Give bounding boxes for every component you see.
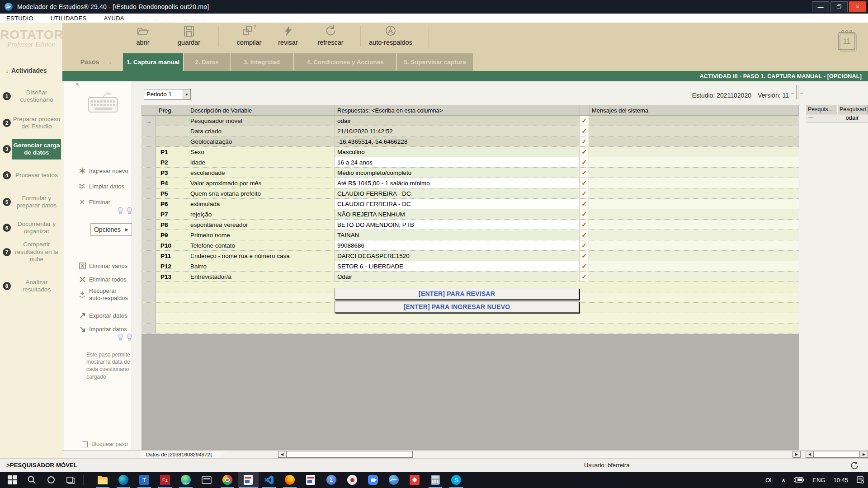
start-button[interactable] (2, 472, 23, 488)
enter-revisar-button[interactable]: [ENTER] PARA REVISAR (335, 288, 579, 300)
response-cell[interactable]: -16.4365514,-54.6466228 (335, 136, 580, 146)
pane-splitter[interactable]: ←→ (790, 85, 804, 99)
taskbar-modelador[interactable] (300, 472, 321, 488)
hscroll-track[interactable] (286, 451, 413, 458)
tool-eliminar[interactable]: Eliminar (64, 197, 132, 206)
taskbar-vscode[interactable] (259, 472, 279, 488)
auto-respaldos-button[interactable]: auto-respaldos (366, 24, 415, 52)
pesquis-column-header[interactable]: Pesquis... (806, 105, 837, 114)
tray-clock[interactable]: 10:45 (833, 477, 848, 483)
sidebar-item-6[interactable]: 6Documentar y organizar (0, 218, 62, 238)
period-select[interactable]: Periodo 1 ▼ (144, 89, 191, 100)
response-cell[interactable]: 99088686 (335, 240, 580, 250)
table-row[interactable]: P10Telefone contato99088686✓ (142, 240, 799, 251)
taskbar-chrome[interactable] (217, 472, 238, 488)
table-row[interactable]: P3escolaridadeMédio incompleto/completo✓ (142, 168, 799, 178)
taskbar-edge-dev[interactable]: DEV (175, 472, 196, 488)
response-cell[interactable]: DARCI DEGASPERE1520 (335, 251, 580, 261)
table-row[interactable]: Data criado21/10/2020 11:42:52✓ (142, 126, 799, 136)
search-button[interactable] (21, 472, 42, 488)
enter-ingresar-nuevo-button[interactable]: [ENTER] PARA INGRESAR NUEVO (335, 301, 579, 313)
guardar-button[interactable]: guardar (164, 24, 214, 52)
table-row[interactable]: P5Quem sr/a votaria prefeitoCLAUDIO FERR… (142, 188, 799, 199)
hscroll-right-button[interactable]: ▶ (793, 451, 801, 458)
header-mensajes[interactable]: Mensajes del sistema (590, 105, 798, 115)
taskbar-recorder[interactable] (342, 472, 363, 488)
response-cell[interactable]: Odair (335, 272, 580, 282)
tray-language[interactable]: ENG (812, 477, 825, 483)
response-cell[interactable]: CLAUDIO FERREIRA - DC (335, 199, 580, 209)
tab-integridad[interactable]: 3. Integridad (231, 53, 293, 71)
chevron-down-icon[interactable]: ▼ (183, 89, 190, 99)
menu-estudio[interactable]: ESTUDIO (6, 15, 33, 22)
response-cell[interactable]: BETO DO AMENDOIN; PTB (335, 220, 580, 230)
table-row[interactable]: P13Entrevistador/aOdair✓ (142, 272, 799, 282)
bloquear-paso-checkbox[interactable] (82, 441, 88, 447)
tab-condiciones-acciones[interactable]: 4. Condiciones y Acciones (294, 53, 396, 71)
tab-datos[interactable]: 2. Datos (184, 53, 230, 71)
hscroll-left-button[interactable]: ◀ (278, 451, 286, 458)
table-row[interactable]: P11Endereço - nome rua e número casaDARC… (142, 251, 799, 261)
taskbar-skype[interactable]: S (446, 472, 467, 488)
table-row[interactable]: P12BairroSETOR 6 - LIBERDADE✓ (142, 261, 799, 272)
sidebar-item-7[interactable]: 7Compartir resultados en la nube (0, 242, 62, 262)
table-row[interactable]: →Pesquisador móvelodair✓ (142, 116, 799, 126)
taskbar-text-editor[interactable]: T (134, 472, 155, 488)
tab-supervisar-captura[interactable]: 5. Supervisar captura (397, 53, 473, 71)
tool-eliminar-todos[interactable]: Eliminar todos (64, 275, 132, 284)
panel-scroll-left-button[interactable]: ◀ (806, 451, 814, 458)
opciones-button[interactable]: Opciones▶ (90, 223, 132, 236)
notification-icon[interactable] (856, 476, 864, 484)
response-cell[interactable]: CLAUDIO FERREIRA - DC (335, 188, 580, 198)
taskbar-calculator[interactable] (425, 472, 446, 488)
tray-chevron-icon[interactable]: ∧ (781, 477, 785, 483)
hint-bulbs[interactable] (117, 207, 132, 215)
taskbar-zoom[interactable] (363, 472, 383, 488)
taskbar-edge[interactable] (113, 472, 134, 488)
pesquisador-row[interactable]: — odair (806, 114, 868, 123)
header-preg[interactable]: Preg. (156, 105, 188, 115)
sidebar-item-3[interactable]: 3Gerenciar carga de datos (0, 136, 62, 162)
table-row[interactable]: P7rejeiçãoNÃO REJEITA NENHUM✓ (142, 209, 799, 220)
status-refresh-icon[interactable] (850, 461, 859, 472)
tool-limpiar-datos[interactable]: Limpiar datos (64, 182, 132, 191)
taskbar-modelador-active[interactable] (238, 472, 259, 488)
taskbar-media-app[interactable] (196, 472, 217, 488)
sidebar-item-2[interactable]: 2Preparar proceso del Estudio (0, 113, 62, 133)
menu-utilidades[interactable]: UTILIDADES (51, 15, 87, 22)
table-row[interactable]: Geolocalização-16.4365514,-54.6466228✓ (142, 136, 799, 147)
tray-network-label[interactable]: OL (765, 477, 773, 483)
response-cell[interactable]: Até R$ 1045,00 - 1 salário mínimo (335, 178, 580, 188)
task-view-button[interactable] (60, 472, 81, 488)
close-button[interactable]: × (849, 1, 866, 12)
panel-scroll-right-button[interactable]: ▶ (860, 451, 868, 458)
minimize-button[interactable]: — (812, 1, 829, 12)
header-respuestas[interactable]: Respuestas: <Escriba en esta columna> (335, 105, 580, 115)
tab-captura-manual[interactable]: 1. Captura manual (123, 53, 183, 71)
response-cell[interactable]: TAINAN (335, 230, 580, 240)
sidebar-item-1[interactable]: 1Diseñar cuestionario (0, 90, 62, 102)
table-row[interactable]: P2idade16 a 24 anos✓ (142, 157, 799, 168)
taskbar-firefox[interactable] (279, 472, 300, 488)
restore-button[interactable] (830, 1, 848, 12)
response-cell[interactable]: odair (335, 116, 580, 126)
response-cell[interactable]: 21/10/2020 11:42:52 (335, 126, 580, 136)
response-cell[interactable]: 16 a 24 anos (335, 157, 580, 167)
menu-ayuda[interactable]: AYUDA (104, 15, 124, 22)
sidebar-item-8[interactable]: 8Analizar resultados (0, 280, 62, 292)
table-row[interactable]: P8espontânea vereadorBETO DO AMENDOIN; P… (142, 220, 799, 230)
refrescar-button[interactable]: refrescar (306, 24, 355, 52)
taskbar-browser-globe[interactable] (383, 472, 404, 488)
sidebar-item-5[interactable]: 5Formular y preparar datos (0, 192, 62, 212)
table-row[interactable]: P9Primeiro nomeTAINAN✓ (142, 230, 799, 240)
hint-bulbs[interactable] (117, 333, 132, 341)
battery-icon[interactable] (793, 477, 804, 483)
response-cell[interactable]: Médio incompleto/completo (335, 168, 580, 178)
response-cell[interactable]: SETOR 6 - LIBERDADE (335, 261, 580, 271)
tool-recuperar-auto-respaldos[interactable]: Recuperar auto-respaldos (64, 287, 132, 302)
table-row[interactable]: P1SexoMasculino✓ (142, 147, 799, 157)
header-descripcion[interactable]: Descripción de Variable (188, 105, 335, 115)
pesquisad-column-header[interactable]: Pesquisad (837, 105, 868, 114)
tool-exportar-datos[interactable]: Exportar datos (64, 311, 132, 320)
sidebar-item-4[interactable]: 4Procesar textos (0, 169, 62, 181)
